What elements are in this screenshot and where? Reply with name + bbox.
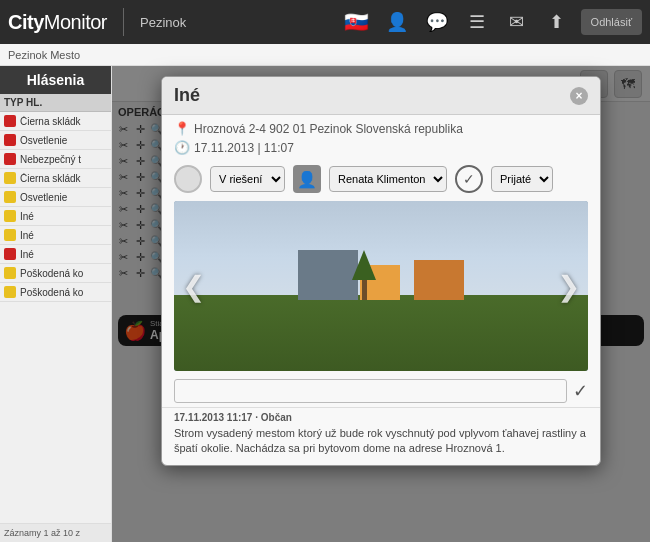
check-circle: ✓ [455,165,483,193]
comment-input[interactable] [174,379,567,403]
modal-image-area: ❮ ❯ [174,201,588,371]
comment-submit-icon[interactable]: ✓ [573,380,588,402]
image-ground [174,295,588,372]
status-select[interactable]: V riešení Nové Uzavreté [210,166,285,192]
sidebar-item-2[interactable]: Nebezpečný t [0,150,111,169]
list-icon[interactable]: ☰ [461,6,493,38]
sidebar-item-text-2: Nebezpečný t [20,154,81,165]
pin-icon: 📍 [174,121,190,136]
image-prev-button[interactable]: ❮ [182,270,205,303]
sidebar-item-7[interactable]: Iné [0,245,111,264]
sidebar-item-8[interactable]: Poškodená ko [0,264,111,283]
flag-icon[interactable]: 🇸🇰 [341,6,373,38]
sidebar-item-1[interactable]: Osvetlenie [0,131,111,150]
address-text: Hroznová 2-4 902 01 Pezinok Slovenská re… [194,122,463,136]
person-icon: 👤 [293,165,321,193]
sidebar-item-dot-8 [4,267,16,279]
modal-datetime: 🕐 17.11.2013 | 11:07 [162,138,600,161]
modal-close-button[interactable]: × [570,87,588,105]
modal-dialog: Iné × 📍 Hroznová 2-4 902 01 Pezinok Slov… [161,76,601,466]
sidebar-item-dot-2 [4,153,16,165]
subheader-text: Pezinok Mesto [8,49,80,61]
header: City Monitor Pezinok 🇸🇰 👤 💬 ☰ ✉ ⬆ Odhlás… [0,0,650,44]
sidebar-item-9[interactable]: Poškodená ko [0,283,111,302]
city-name: Pezinok [140,15,186,30]
logo-monitor-text: Monitor [44,11,107,34]
logout-button[interactable]: Odhlásiť [581,9,642,35]
image-tree [352,255,376,300]
sidebar-col-header: TYP HL. [0,94,111,112]
sidebar-item-dot-9 [4,286,16,298]
received-select[interactable]: Prijaté [491,166,553,192]
sidebar-item-dot-3 [4,172,16,184]
sidebar-item-text-9: Poškodená ko [20,287,83,298]
image-next-button[interactable]: ❯ [557,270,580,303]
chat-icon[interactable]: 💬 [421,6,453,38]
status-circle [174,165,202,193]
right-panel: ▼ 🗺 OPERÁCIE ✂✛🔍🗑⊗✂✛🔍🗑⊗✂✛🔍🗑⊗✂✛🔍🗑⊗✂✛🔍🗑⊗✂✛… [112,66,650,542]
modal-header: Iné × [162,77,600,115]
clock-icon: 🕐 [174,140,190,155]
modal-title: Iné [174,85,200,106]
sidebar-item-text-8: Poškodená ko [20,268,83,279]
sidebar-title: Hlásenia [0,66,111,94]
sidebar-item-5[interactable]: Iné [0,207,111,226]
user-icon[interactable]: 👤 [381,6,413,38]
upload-icon[interactable]: ⬆ [541,6,573,38]
sidebar-item-dot-7 [4,248,16,260]
logo: City Monitor [8,11,107,34]
modal-image-bg [174,201,588,371]
modal-controls: V riešení Nové Uzavreté 👤 Renata Kliment… [162,161,600,201]
sidebar: Hlásenia TYP HL. Čierna skládkOsvetlenie… [0,66,112,542]
sidebar-item-dot-4 [4,191,16,203]
modal-comment-bar: ✓ [174,379,588,403]
sidebar-list: Čierna skládkOsvetlenieNebezpečný tČiern… [0,112,111,523]
sidebar-item-text-4: Osvetlenie [20,192,67,203]
logo-divider [123,8,124,36]
modal-overlay: Iné × 📍 Hroznová 2-4 902 01 Pezinok Slov… [112,66,650,542]
footer-date: 17.11.2013 11:17 · Občan [174,412,588,423]
sidebar-item-dot-6 [4,229,16,241]
datetime-text: 17.11.2013 | 11:07 [194,141,294,155]
sidebar-item-0[interactable]: Čierna skládk [0,112,111,131]
sidebar-item-text-5: Iné [20,211,34,222]
tree-top [352,250,376,280]
sidebar-item-6[interactable]: Iné [0,226,111,245]
sidebar-item-text-1: Osvetlenie [20,135,67,146]
modal-footer: 17.11.2013 11:17 · Občan Strom vysadený … [162,407,600,465]
sidebar-item-4[interactable]: Osvetlenie [0,188,111,207]
sidebar-item-text-7: Iné [20,249,34,260]
sidebar-item-text-6: Iné [20,230,34,241]
sidebar-item-3[interactable]: Čierna skládk [0,169,111,188]
modal-address: 📍 Hroznová 2-4 902 01 Pezinok Slovenská … [162,115,600,138]
footer-text: Strom vysadený mestom ktorý už bude rok … [174,426,588,457]
image-building1 [298,250,358,300]
main-layout: Hlásenia TYP HL. Čierna skládkOsvetlenie… [0,66,650,542]
tree-trunk [362,280,367,300]
image-building3 [414,260,464,300]
sidebar-item-dot-5 [4,210,16,222]
subheader: Pezinok Mesto [0,44,650,66]
assignee-select[interactable]: Renata Klimenton [329,166,447,192]
sidebar-item-dot-0 [4,115,16,127]
sidebar-item-dot-1 [4,134,16,146]
logo-city-text: City [8,11,44,34]
sidebar-footer: Záznamy 1 až 10 z [0,523,111,542]
sidebar-item-text-3: Čierna skládk [20,173,81,184]
sidebar-item-text-0: Čierna skládk [20,116,81,127]
mail-icon[interactable]: ✉ [501,6,533,38]
